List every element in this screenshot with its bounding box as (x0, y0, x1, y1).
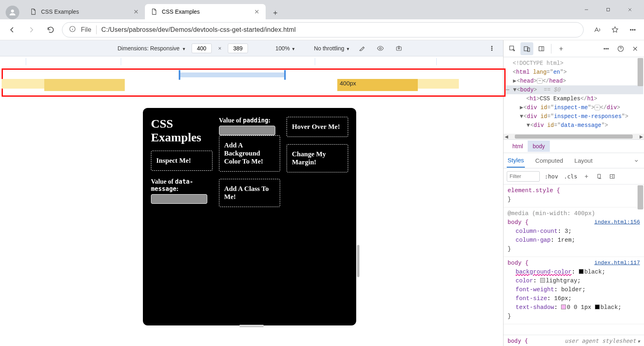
card-margin[interactable]: Change My Margin! (287, 144, 348, 172)
info-icon[interactable] (69, 25, 76, 34)
chevron-down-icon (346, 45, 350, 52)
resize-grip[interactable] (239, 325, 264, 327)
separator (96, 25, 97, 34)
zoom-value: 100% (275, 45, 290, 52)
toggle-sidebar-button[interactable] (608, 172, 617, 181)
elements-dom-tree[interactable]: <!DOCTYPE html> <html lang="en"> ▶<head>… (504, 57, 644, 134)
min-width-bar[interactable] (44, 79, 125, 91)
dom-selected-node[interactable]: ⋯ ▼<body> == $0 (506, 85, 643, 94)
close-window-button[interactable] (619, 2, 641, 18)
media-query-ruler: 400px (0, 56, 503, 101)
add-tab-button[interactable] (555, 42, 568, 55)
styles-filter-row: :hov .cls (504, 168, 644, 184)
crumb-body[interactable]: body (528, 141, 549, 152)
input-padding[interactable] (219, 126, 275, 135)
maximize-button[interactable] (597, 2, 619, 18)
more-button[interactable] (625, 23, 640, 37)
breakpoint-handle[interactable] (284, 70, 286, 80)
back-button[interactable] (4, 22, 20, 38)
svg-point-16 (604, 48, 605, 49)
new-style-rule-button[interactable] (582, 172, 591, 181)
devtools-close-button[interactable] (629, 42, 642, 55)
rules-scrollbar[interactable] (638, 185, 643, 209)
screenshot-icon[interactable] (392, 42, 405, 55)
eyedropper-icon[interactable] (355, 42, 368, 55)
page-heading: CSS Examples (151, 117, 213, 144)
panel-tab[interactable] (535, 42, 548, 55)
color-swatch-icon[interactable] (540, 278, 545, 283)
rule-body-2[interactable]: body {index.html:117 background-color: b… (504, 257, 644, 324)
card-class[interactable]: Add A Class To Me! (219, 179, 281, 207)
min-width-bar[interactable] (418, 79, 459, 89)
card-hover[interactable]: Hover Over Me! (287, 117, 348, 137)
eye-icon[interactable] (374, 42, 387, 55)
rule-element-style[interactable]: element.style { } (504, 184, 644, 207)
cls-toggle[interactable]: .cls (563, 172, 578, 180)
tab-title: CSS Examples (41, 8, 129, 15)
color-swatch-icon[interactable] (595, 305, 600, 309)
forward-button[interactable] (23, 22, 39, 38)
source-link[interactable]: index.html:117 (594, 259, 640, 267)
tab-strip: CSS Examples CSS Examples (0, 0, 644, 19)
device-viewport: CSS Examples Inspect Me! Value of data-m… (0, 101, 503, 346)
device-toggle-button[interactable] (520, 42, 533, 55)
svg-point-0 (11, 10, 14, 12)
profile-button[interactable] (6, 6, 19, 19)
help-button[interactable] (614, 42, 627, 55)
devtools-panel: <!DOCTYPE html> <html lang="en"> ▶<head>… (503, 40, 644, 346)
source-link[interactable]: index.html:156 (594, 218, 640, 227)
rule-media-body-1[interactable]: @media (min-width: 400px) body {index.ht… (504, 207, 644, 257)
svg-rect-8 (398, 48, 400, 49)
device-toolbar-more[interactable] (485, 42, 498, 55)
height-input[interactable] (228, 44, 248, 53)
favorite-button[interactable] (608, 23, 622, 37)
tab-0[interactable]: CSS Examples (24, 4, 145, 19)
svg-point-4 (632, 29, 634, 30)
copy-styles-button[interactable] (595, 172, 604, 181)
svg-rect-1 (607, 8, 610, 11)
dimensions-dropdown[interactable]: Dimensions: Responsive (118, 45, 186, 52)
chevron-down-icon (181, 45, 186, 52)
svg-point-18 (607, 48, 608, 49)
device-toolbar: Dimensions: Responsive × 100% No throttl… (0, 40, 503, 56)
styles-filter-input[interactable] (507, 171, 540, 182)
hov-toggle[interactable]: :hov (544, 172, 559, 180)
reload-button[interactable] (43, 22, 59, 38)
close-icon[interactable] (254, 8, 260, 15)
address-bar-row: File C:/Users/pabrosse/dev/Demos/devtool… (0, 19, 644, 40)
styles-rules[interactable]: element.style { } @media (min-width: 400… (504, 184, 644, 335)
minimize-button[interactable] (576, 2, 597, 18)
rule-ua-body[interactable]: body { user agent stylesheet (504, 335, 644, 346)
new-tab-button[interactable] (269, 6, 282, 19)
devtools-more-button[interactable] (600, 42, 613, 55)
color-swatch-icon[interactable] (561, 305, 566, 309)
read-aloud-button[interactable] (590, 23, 605, 37)
dimensions-label: Dimensions: Responsive (118, 45, 180, 52)
throttling-dropdown[interactable]: No throttling (314, 45, 350, 52)
card-inspect[interactable]: Inspect Me! (151, 151, 213, 171)
card-bg[interactable]: Add A Background Color To Me! (219, 135, 281, 172)
input-data-message[interactable] (151, 194, 207, 204)
tab-styles[interactable]: Styles (507, 153, 525, 168)
min-width-bar[interactable] (2, 79, 44, 89)
expand-icon[interactable] (632, 156, 641, 165)
color-swatch-icon[interactable] (579, 269, 584, 274)
tab-1[interactable]: CSS Examples (145, 4, 266, 19)
tab-layout[interactable]: Layout (574, 154, 593, 167)
width-input[interactable] (192, 44, 212, 53)
dom-scrollbar[interactable] (638, 58, 643, 86)
close-icon[interactable] (133, 8, 139, 15)
crumb-html[interactable]: html (508, 141, 528, 152)
svg-rect-15 (539, 46, 544, 51)
dom-breadcrumbs: html body (504, 139, 644, 153)
zoom-dropdown[interactable]: 100% (275, 45, 295, 52)
tab-computed[interactable]: Computed (535, 154, 564, 167)
rendered-page-body[interactable]: CSS Examples Inspect Me! Value of data-m… (143, 108, 356, 325)
dom-horizontal-scrollbar[interactable]: ◀▶ (504, 134, 644, 139)
styles-tabs: Styles Computed Layout (504, 153, 644, 168)
url-scheme: File (81, 26, 91, 33)
max-width-bar[interactable] (180, 73, 284, 77)
address-bar[interactable]: File C:/Users/pabrosse/dev/Demos/devtool… (62, 22, 584, 37)
page-scrollbar[interactable] (356, 108, 360, 325)
inspect-element-button[interactable] (506, 42, 519, 55)
